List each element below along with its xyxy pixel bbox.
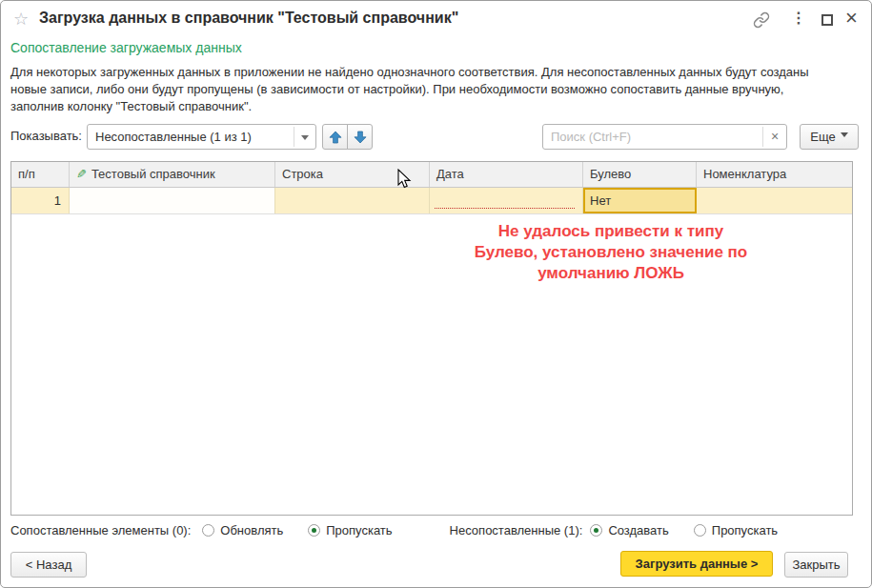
radio-icon[interactable] (694, 524, 706, 537)
error-annotation-line: Не удалось привести к типу (363, 221, 859, 242)
radio-matched-update-label: Обновлять (220, 523, 283, 537)
close-button[interactable]: Закрыть (784, 552, 848, 578)
radio-unmatched-create-label: Создавать (608, 523, 668, 537)
column-header-nomenclature[interactable]: Номенклатура (697, 162, 852, 187)
error-annotation-line: Булево, установлено значение по (363, 242, 859, 263)
more-menu-icon[interactable]: ⋮ (791, 9, 806, 27)
load-data-button[interactable]: Загрузить данные > (620, 551, 773, 577)
maximize-icon[interactable] (821, 14, 833, 26)
column-header-catalog-label: Тестовый справочник (91, 167, 215, 181)
clear-search-button[interactable]: × (762, 127, 786, 147)
radio-matched-update[interactable]: Обновлять (202, 523, 283, 537)
more-button[interactable]: Еще (800, 124, 859, 150)
error-underline (435, 208, 575, 209)
window-title: Загрузка данных в справочник "Тестовый с… (39, 10, 458, 27)
radio-icon-checked[interactable] (308, 524, 320, 537)
arrow-down-icon (354, 131, 367, 144)
radio-icon[interactable] (202, 524, 214, 537)
search-input[interactable] (543, 125, 760, 149)
radio-icon-checked[interactable] (590, 524, 602, 537)
cell-string[interactable] (275, 188, 430, 213)
search-field: × (542, 124, 787, 150)
radio-matched-skip-label: Пропускать (326, 523, 392, 537)
close-window-icon[interactable]: × (845, 6, 858, 30)
move-row-buttons (322, 124, 373, 150)
move-down-button[interactable] (347, 124, 373, 150)
filter-dropdown[interactable]: Несопоставленные (1 из 1) (87, 124, 316, 150)
arrow-up-icon (329, 131, 342, 144)
chevron-down-icon (841, 132, 848, 141)
cell-nomenclature[interactable] (697, 188, 852, 213)
radio-unmatched-create[interactable]: Создавать (590, 523, 668, 537)
get-link-icon[interactable] (753, 11, 770, 32)
mouse-cursor (397, 169, 413, 190)
cell-date[interactable] (430, 188, 583, 213)
dialog-window: ☆ Загрузка данных в справочник "Тестовый… (0, 0, 872, 588)
radio-matched-skip[interactable]: Пропускать (308, 523, 392, 537)
filter-dropdown-value: Несопоставленные (1 из 1) (95, 125, 252, 149)
column-header-num[interactable]: п/п (11, 162, 70, 187)
description-text: Для некоторых загруженных данных в прило… (10, 64, 828, 115)
cell-row-number[interactable]: 1 (11, 188, 70, 213)
pencil-icon: ✎ (76, 162, 87, 187)
cell-boolean-selected[interactable]: Нет (583, 188, 697, 213)
matched-label: Сопоставленные элементы (0): (10, 523, 191, 537)
footer-options: Сопоставленные элементы (0): Обновлять П… (10, 523, 778, 537)
radio-unmatched-skip-label: Пропускать (712, 523, 778, 537)
mapping-table: п/п ✎Тестовый справочник Строка Дата Бул… (10, 161, 853, 516)
more-button-label: Еще (810, 130, 835, 144)
table-header: п/п ✎Тестовый справочник Строка Дата Бул… (11, 162, 852, 188)
page-title: Сопоставление загружаемых данных (10, 40, 242, 55)
dropdown-button[interactable] (294, 127, 315, 147)
column-header-date[interactable]: Дата (430, 162, 583, 187)
table-row: 1 Нет (11, 188, 852, 214)
show-label: Показывать: (10, 129, 82, 143)
error-annotation: Не удалось привести к типу Булево, устан… (363, 221, 859, 284)
error-annotation-line: умолчанию ЛОЖЬ (363, 263, 859, 284)
column-header-catalog[interactable]: ✎Тестовый справочник (70, 162, 275, 187)
favorite-star-icon[interactable]: ☆ (13, 10, 29, 29)
chevron-down-icon (301, 135, 309, 144)
move-up-button[interactable] (322, 124, 348, 150)
back-button[interactable]: < Назад (10, 552, 87, 578)
radio-unmatched-skip[interactable]: Пропускать (694, 523, 778, 537)
column-header-boolean[interactable]: Булево (583, 162, 697, 187)
unmatched-label: Несопоставленные (1): (450, 523, 583, 537)
cell-catalog[interactable] (70, 188, 275, 213)
